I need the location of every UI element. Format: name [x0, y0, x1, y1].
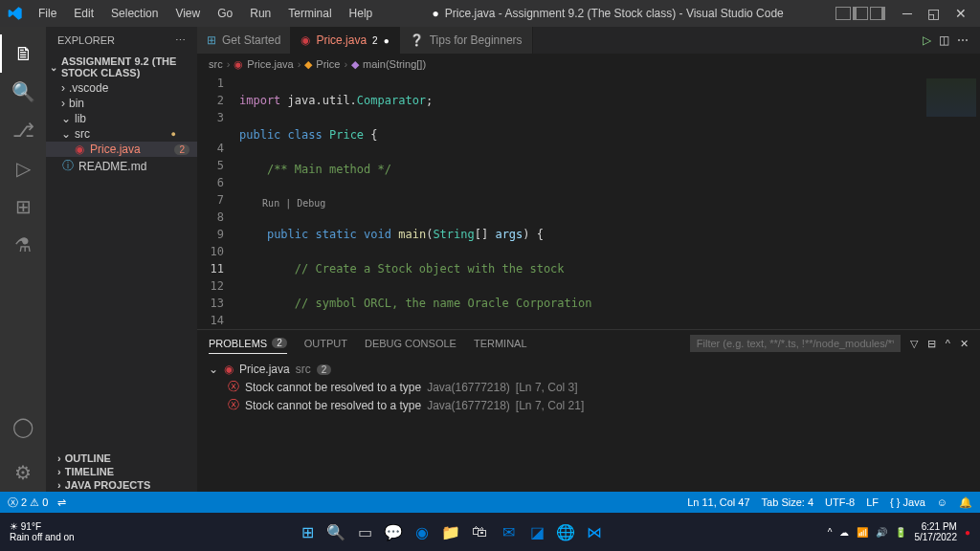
menu-help[interactable]: Help [342, 3, 381, 24]
folder-lib[interactable]: ⌄lib [46, 111, 197, 126]
taskbar-chat-icon[interactable]: 💬 [382, 520, 405, 543]
activity-extensions-icon[interactable]: ⊞ [0, 187, 46, 226]
problem-file-row[interactable]: ⌄ ◉ Price.java src 2 [209, 361, 969, 378]
status-cursor-pos[interactable]: Ln 11, Col 47 [687, 496, 749, 509]
problems-filter-input[interactable] [690, 335, 901, 352]
panel-tab-problems[interactable]: PROBLEMS2 [209, 334, 287, 354]
activity-debug-icon[interactable]: ▷ [0, 149, 46, 187]
chevron-down-icon: ⌄ [209, 363, 218, 376]
taskbar-tray-chevron-icon[interactable]: ^ [828, 527, 833, 538]
panel-tab-debug[interactable]: DEBUG CONSOLE [365, 334, 457, 353]
status-encoding[interactable]: UTF-8 [825, 496, 855, 509]
menu-run[interactable]: Run [242, 3, 278, 24]
taskbar-volume-icon[interactable]: 🔊 [876, 527, 887, 538]
bottom-panel: PROBLEMS2 OUTPUT DEBUG CONSOLE TERMINAL … [197, 329, 980, 492]
taskbar-edge-icon[interactable]: ◉ [411, 520, 434, 543]
taskbar-vscode-icon[interactable]: ⋈ [583, 520, 606, 543]
info-icon: ⓘ [61, 158, 75, 174]
taskbar-weather[interactable]: ☀ 91°F Rain off and on [10, 521, 75, 542]
chevron-down-icon: ⌄ [50, 62, 57, 73]
code-content[interactable]: import java.util.Comparator; public clas… [239, 75, 923, 329]
folder-vscode[interactable]: ›.vscode [46, 80, 197, 96]
maximize-button[interactable]: ◱ [922, 2, 946, 25]
minimap[interactable] [923, 75, 980, 329]
modified-dot-icon: ● [384, 35, 390, 46]
status-language[interactable]: { } Java [890, 496, 925, 509]
panel-maximize-icon[interactable]: ^ [946, 338, 950, 349]
window-title: Price.java - Assignment 9.2 (The Stock c… [380, 7, 835, 20]
file-price-java[interactable]: ◉ Price.java 2 [46, 142, 197, 157]
status-eol[interactable]: LF [866, 496, 879, 509]
folder-bin[interactable]: ›bin [46, 96, 197, 111]
activity-scm-icon[interactable]: ⎇ [0, 111, 46, 149]
java-projects-section[interactable]: ›JAVA PROJECTS [46, 478, 197, 492]
status-indent[interactable]: Tab Size: 4 [762, 496, 813, 509]
taskbar-app-icon[interactable]: ◪ [525, 520, 548, 543]
activity-explorer-icon[interactable]: 🗎 [0, 34, 46, 73]
more-actions-icon[interactable]: ⋯ [957, 33, 969, 47]
sidebar-title: EXPLORER [57, 34, 115, 46]
problem-item[interactable]: ⓧ Stock cannot be resolved to a type Jav… [209, 378, 969, 396]
menu-view[interactable]: View [167, 3, 208, 24]
menu-bar: File Edit Selection View Go Run Terminal… [31, 3, 380, 24]
status-feedback-icon[interactable]: ☺ [937, 496, 947, 509]
tab-get-started[interactable]: ⊞Get Started [197, 27, 291, 54]
java-file-icon: ◉ [224, 363, 234, 376]
menu-file[interactable]: File [31, 3, 64, 24]
taskbar-store-icon[interactable]: 🛍 [468, 520, 491, 543]
tab-tips[interactable]: ❔Tips for Beginners [400, 27, 533, 54]
taskbar-start-icon[interactable]: ⊞ [296, 520, 319, 543]
filter-icon[interactable]: ▽ [910, 338, 918, 350]
taskbar-notifications-icon[interactable]: ● [965, 527, 970, 538]
taskbar-chrome-icon[interactable]: 🌐 [554, 520, 577, 543]
panel-tab-output[interactable]: OUTPUT [304, 334, 347, 353]
taskbar-explorer-icon[interactable]: 📁 [439, 520, 462, 543]
taskbar-mail-icon[interactable]: ✉ [497, 520, 520, 543]
menu-edit[interactable]: Edit [66, 3, 101, 24]
warning-icon: ⚠ [30, 496, 39, 509]
error-count-badge: 2 [174, 144, 189, 155]
activity-testing-icon[interactable]: ⚗ [0, 226, 46, 264]
outline-section[interactable]: ›OUTLINE [46, 452, 197, 465]
taskbar-wifi-icon[interactable]: 📶 [857, 527, 868, 538]
file-readme[interactable]: ⓘREADME.md [46, 157, 197, 175]
sidebar-more-icon[interactable]: ⋯ [175, 34, 186, 47]
layout-controls[interactable] [835, 7, 885, 20]
explorer-sidebar: EXPLORER ⋯ ⌄ ASSIGNMENT 9.2 (THE STOCK C… [46, 27, 197, 492]
folder-src[interactable]: ⌄src [46, 126, 197, 142]
collapse-icon[interactable]: ⊟ [927, 338, 936, 350]
taskbar-onedrive-icon[interactable]: ☁ [839, 527, 849, 538]
menu-selection[interactable]: Selection [103, 3, 166, 24]
run-button[interactable]: ▷ [923, 33, 931, 47]
close-button[interactable]: ✕ [949, 2, 972, 25]
activity-search-icon[interactable]: 🔍 [0, 73, 46, 111]
activity-account-icon[interactable]: ◯ [0, 408, 46, 446]
status-ports[interactable]: ⇌ [57, 496, 66, 509]
workspace-header[interactable]: ⌄ ASSIGNMENT 9.2 (THE STOCK CLASS) [46, 54, 197, 80]
split-editor-icon[interactable]: ◫ [939, 33, 949, 47]
activity-settings-icon[interactable]: ⚙ [0, 453, 46, 492]
java-file-icon: ◉ [73, 143, 86, 156]
problem-item[interactable]: ⓧ Stock cannot be resolved to a type Jav… [209, 396, 969, 414]
activity-bar: 🗎 🔍 ⎇ ▷ ⊞ ⚗ ◯ ⚙ [0, 27, 46, 492]
taskbar-taskview-icon[interactable]: ▭ [353, 520, 376, 543]
code-editor[interactable]: 1234567891011121314151617 import java.ut… [197, 75, 980, 329]
status-errors[interactable]: ⓧ2 ⚠0 [8, 496, 48, 510]
menu-go[interactable]: Go [210, 3, 240, 24]
timeline-section[interactable]: ›TIMELINE [46, 465, 197, 478]
panel-tab-terminal[interactable]: TERMINAL [474, 334, 527, 353]
taskbar-clock[interactable]: 6:21 PM 5/17/2022 [914, 521, 957, 542]
minimize-button[interactable]: ─ [897, 2, 918, 25]
error-icon: ⓧ [8, 496, 18, 510]
codelens-run-debug[interactable]: Run | Debug [262, 198, 325, 209]
tab-price-java[interactable]: ◉Price.java2● [291, 27, 399, 54]
breadcrumbs[interactable]: src› ◉Price.java› ◆Price› ◆main(String[]… [197, 54, 980, 75]
workspace-name: ASSIGNMENT 9.2 (THE STOCK CLASS) [61, 55, 193, 78]
panel-close-icon[interactable]: ✕ [960, 338, 969, 350]
status-bell-icon[interactable]: 🔔 [959, 496, 972, 509]
taskbar-battery-icon[interactable]: 🔋 [895, 527, 906, 538]
menu-terminal[interactable]: Terminal [280, 3, 339, 24]
line-gutter: 1234567891011121314151617 [197, 75, 239, 329]
editor-tabs: ⊞Get Started ◉Price.java2● ❔Tips for Beg… [197, 27, 980, 54]
taskbar-search-icon[interactable]: 🔍 [324, 520, 347, 543]
